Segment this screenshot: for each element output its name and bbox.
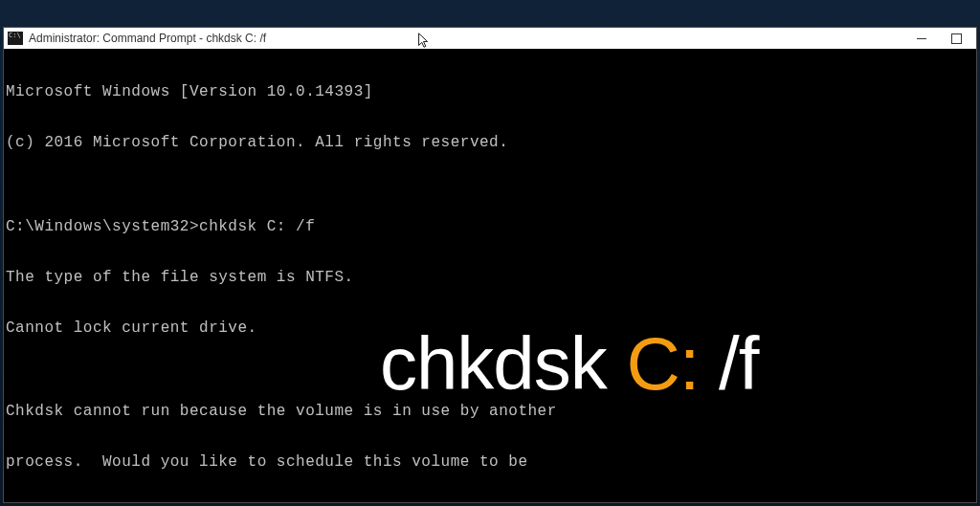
maximize-button[interactable] [949, 32, 963, 45]
console-line: Cannot lock current drive. [6, 320, 974, 338]
window-controls [915, 32, 972, 45]
console-line: process. Would you like to schedule this… [6, 454, 974, 472]
console-output[interactable]: Microsoft Windows [Version 10.0.14393] (… [4, 49, 976, 502]
console-line: The type of the file system is NTFS. [6, 270, 974, 287]
console-line: C:\Windows\system32>chkdsk C: /f [6, 219, 974, 236]
console-line: Chkdsk cannot run because the volume is … [6, 404, 974, 421]
console-line: Microsoft Windows [Version 10.0.14393] [6, 84, 974, 101]
command-prompt-window: Administrator: Command Prompt - chkdsk C… [3, 27, 977, 503]
cmd-icon [8, 32, 23, 45]
window-titlebar[interactable]: Administrator: Command Prompt - chkdsk C… [4, 28, 976, 49]
minimize-button[interactable] [915, 32, 928, 45]
console-line: (c) 2016 Microsoft Corporation. All righ… [6, 135, 974, 152]
window-title: Administrator: Command Prompt - chkdsk C… [29, 32, 915, 45]
desktop-background: Administrator: Command Prompt - chkdsk C… [0, 0, 980, 506]
